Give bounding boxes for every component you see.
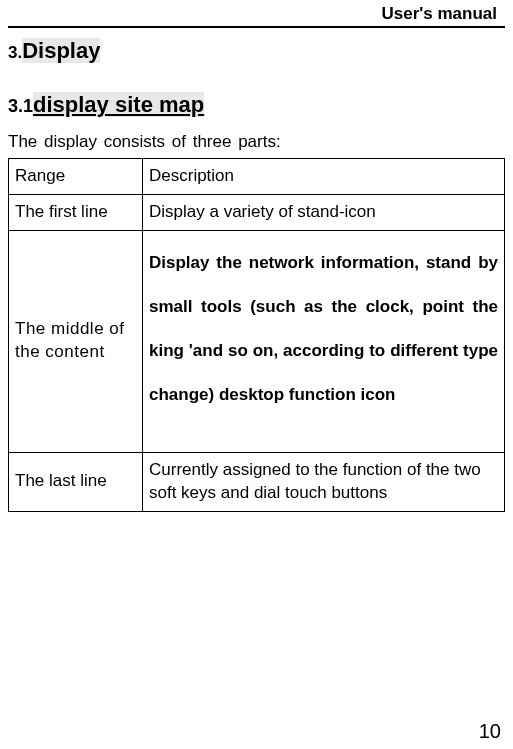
cell-desc: Currently assigned to the function of th… [143,452,505,511]
intro-text: The display consists of three parts: [8,132,505,152]
subsection-text: display site map [33,92,204,117]
page-number: 10 [479,720,501,743]
table-row: The last line Currently assigned to the … [9,452,505,511]
section-number: 3. [8,43,22,62]
page-header: User's manual [8,0,505,28]
cell-desc: Display a variety of stand-icon [143,194,505,230]
display-parts-table: Range Description The first line Display… [8,158,505,512]
cell-range: The middle of the content [9,230,143,452]
table-row: The first line Display a variety of stan… [9,194,505,230]
table-row: The middle of the content Display the ne… [9,230,505,452]
cell-range: The first line [9,194,143,230]
subsection-number: 3.1 [8,96,33,116]
cell-desc: Display the network information, stand b… [143,230,505,452]
section-text: Display [22,38,100,63]
th-range: Range [9,159,143,195]
subsection-title: 3.1display site map [8,92,505,118]
th-description: Description [143,159,505,195]
cell-range: The last line [9,452,143,511]
table-header-row: Range Description [9,159,505,195]
section-title: 3.Display [8,38,505,64]
